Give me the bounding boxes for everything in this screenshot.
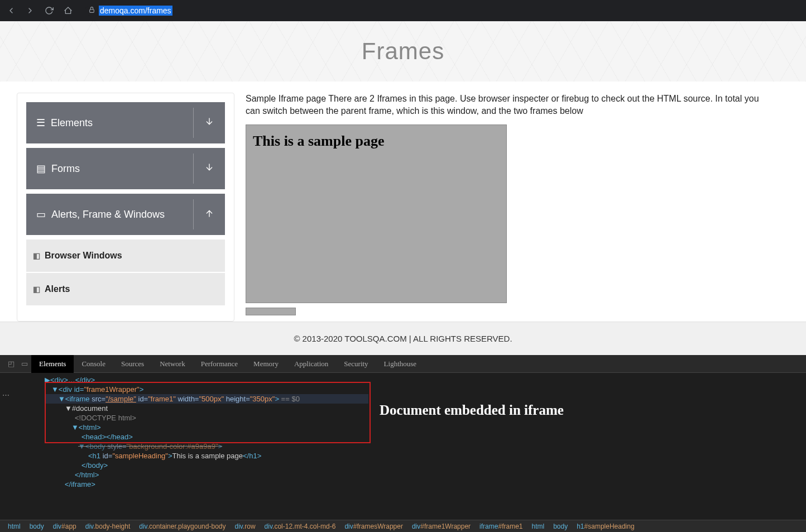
bc-item[interactable]: div.row bbox=[230, 523, 260, 530]
chevron-down-icon bbox=[205, 163, 214, 174]
sidebar-group-label: Elements bbox=[51, 117, 93, 129]
iframe-heading: This is a sample page bbox=[253, 133, 500, 150]
page-hero: Frames bbox=[0, 21, 806, 82]
tab-console[interactable]: Console bbox=[74, 355, 113, 373]
bc-item[interactable]: html bbox=[527, 523, 549, 530]
tree-line[interactable]: <h1 id="sampleHeading">This is a sample … bbox=[45, 451, 806, 461]
svg-rect-0 bbox=[90, 9, 94, 12]
sidebar: ☰Elements ▤Forms ▭Alerts, Frame & Window… bbox=[17, 93, 234, 322]
forward-button[interactable] bbox=[22, 3, 38, 18]
tree-line[interactable]: </html> bbox=[45, 470, 806, 480]
window-icon: ▭ bbox=[36, 208, 46, 221]
sidebar-group-forms[interactable]: ▤Forms bbox=[26, 148, 225, 189]
annotation-label: Document embedded in iframe bbox=[380, 402, 564, 418]
bc-item[interactable]: div#framesWrapper bbox=[340, 523, 407, 530]
sidebar-group-elements[interactable]: ☰Elements bbox=[26, 102, 225, 143]
bc-item[interactable]: html bbox=[3, 523, 25, 530]
sidebar-item-browser-windows[interactable]: ◧Browser Windows bbox=[26, 239, 225, 272]
bc-item[interactable]: div#app bbox=[49, 523, 81, 530]
sidebar-group-alerts[interactable]: ▭Alerts, Frame & Windows bbox=[26, 194, 225, 235]
sidebar-group-label: Forms bbox=[51, 163, 80, 175]
dom-breadcrumbs[interactable]: html body div#app div.body-height div.co… bbox=[0, 520, 806, 532]
menu-icon: ☰ bbox=[36, 117, 45, 129]
chevron-down-icon bbox=[205, 117, 214, 128]
description-text: Sample Iframe page There are 2 Iframes i… bbox=[246, 93, 767, 117]
url-text: demoqa.com/frames bbox=[99, 6, 172, 15]
tree-line[interactable]: ▼<div id="frame1Wrapper"> bbox=[45, 385, 806, 394]
tab-security[interactable]: Security bbox=[336, 355, 376, 373]
bc-item[interactable]: div.col-12.mt-4.col-md-6 bbox=[260, 523, 340, 530]
tab-lighthouse[interactable]: Lighthouse bbox=[376, 355, 425, 373]
bc-item[interactable]: h1#sampleHeading bbox=[572, 523, 639, 530]
tab-memory[interactable]: Memory bbox=[246, 355, 286, 373]
item-icon: ◧ bbox=[33, 251, 40, 260]
tab-performance[interactable]: Performance bbox=[193, 355, 246, 373]
tree-line[interactable]: ▼<body style="background-color:#a9a9a9"> bbox=[45, 442, 806, 451]
url-bar[interactable]: demoqa.com/frames bbox=[85, 6, 172, 16]
back-button[interactable] bbox=[3, 3, 19, 18]
iframe-frame1: This is a sample page bbox=[246, 124, 507, 303]
bc-item[interactable]: div#frame1Wrapper bbox=[407, 523, 475, 530]
lock-icon bbox=[88, 6, 95, 16]
sidebar-item-label: Alerts bbox=[45, 284, 70, 294]
tab-sources[interactable]: Sources bbox=[113, 355, 152, 373]
tab-application[interactable]: Application bbox=[286, 355, 336, 373]
reload-button[interactable] bbox=[41, 3, 57, 18]
tab-elements[interactable]: Elements bbox=[31, 355, 74, 373]
tree-line-selected[interactable]: ▼<iframe src="/sample" id="frame1" width… bbox=[45, 394, 368, 404]
tree-line[interactable]: ▶<div>…</div> bbox=[45, 375, 806, 385]
devtools-tabs: ◰ ▭ Elements Console Sources Network Per… bbox=[0, 355, 806, 373]
bc-item[interactable]: div.body-height bbox=[81, 523, 135, 530]
tab-network[interactable]: Network bbox=[152, 355, 193, 373]
sidebar-item-label: Browser Windows bbox=[45, 251, 122, 261]
footer: © 2013-2020 TOOLSQA.COM | ALL RIGHTS RES… bbox=[0, 322, 806, 355]
home-button[interactable] bbox=[60, 3, 76, 18]
tree-line[interactable]: ▼<html> bbox=[45, 423, 806, 432]
tree-line[interactable]: <head></head> bbox=[45, 432, 806, 442]
bc-item[interactable]: div.container.playgound-body bbox=[135, 523, 230, 530]
devtools-panel: ◰ ▭ Elements Console Sources Network Per… bbox=[0, 355, 806, 532]
footer-text: © 2013-2020 TOOLSQA.COM | ALL RIGHTS RES… bbox=[294, 334, 512, 343]
bc-item[interactable]: iframe#frame1 bbox=[475, 523, 527, 530]
clipboard-icon: ▤ bbox=[36, 162, 46, 175]
browser-nav-bar: demoqa.com/frames bbox=[0, 0, 806, 21]
inspect-icon[interactable]: ◰ bbox=[4, 360, 18, 368]
iframe-frame2 bbox=[246, 308, 296, 315]
item-icon: ◧ bbox=[33, 285, 40, 294]
device-icon[interactable]: ▭ bbox=[18, 360, 31, 368]
page-title: Frames bbox=[362, 38, 444, 65]
sidebar-group-label: Alerts, Frame & Windows bbox=[51, 209, 165, 221]
bc-item[interactable]: body bbox=[549, 523, 572, 530]
elements-tree[interactable]: ▶<div>…</div> ▼<div id="frame1Wrapper"> … bbox=[0, 373, 806, 489]
chevron-up-icon bbox=[205, 209, 214, 220]
tree-line[interactable]: </body> bbox=[45, 461, 806, 470]
tree-line[interactable]: </iframe> bbox=[45, 480, 806, 489]
sidebar-item-alerts[interactable]: ◧Alerts bbox=[26, 273, 225, 305]
main-content: Sample Iframe page There are 2 Iframes i… bbox=[246, 93, 789, 322]
bc-item[interactable]: body bbox=[25, 523, 49, 530]
